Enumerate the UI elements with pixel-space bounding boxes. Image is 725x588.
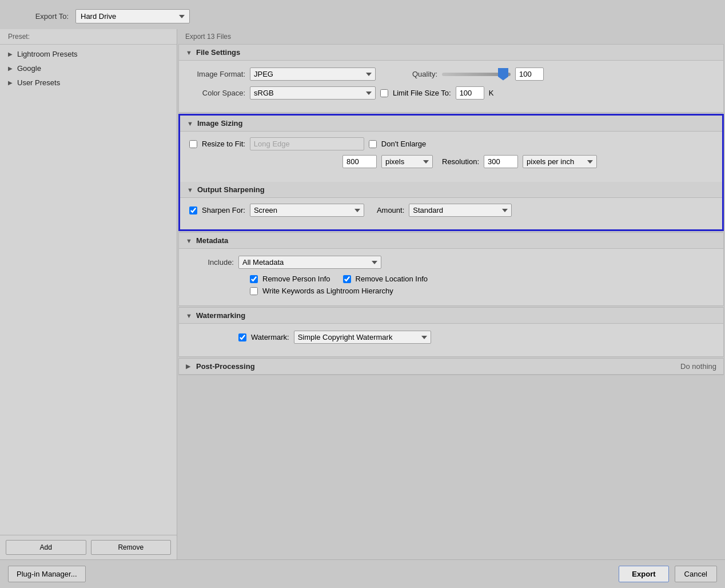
preset-label: Preset: — [0, 29, 177, 45]
sharpen-row: Sharpen For: Screen Amount: Standard — [189, 204, 713, 217]
include-row: Include: All Metadata — [188, 256, 714, 269]
image-format-label: Image Format: — [188, 70, 245, 78]
quality-slider-track — [442, 73, 511, 76]
export-count-label: Export 13 Files — [177, 29, 725, 44]
color-space-label: Color Space: — [188, 89, 245, 97]
image-sizing-header[interactable]: ▼ Image Sizing — [180, 116, 722, 132]
chevron-down-icon: ▼ — [186, 49, 193, 56]
chevron-right-icon: ▶ — [8, 51, 15, 57]
write-keywords-checkbox[interactable] — [250, 287, 258, 295]
sharpen-checkbox[interactable] — [189, 206, 197, 214]
resize-label: Resize to Fit: — [202, 140, 245, 148]
remove-person-checkbox[interactable] — [250, 275, 258, 283]
cancel-button[interactable]: Cancel — [675, 566, 717, 582]
chevron-right-icon: ▶ — [8, 80, 15, 86]
include-select[interactable]: All Metadata — [238, 256, 381, 269]
watermarking-body: Watermark: Simple Copyright Watermark — [179, 324, 723, 356]
bottom-bar: Plug-in Manager... Export Cancel — [0, 559, 725, 588]
size-input[interactable]: 800 — [342, 155, 377, 168]
output-sharpening-header[interactable]: ▼ Output Sharpening — [180, 182, 722, 198]
file-settings-body: Image Format: JPEG Quality: 100 — [179, 61, 723, 112]
watermarking-section: ▼ Watermarking Watermark: Simple Copyrig… — [178, 307, 724, 357]
remove-button[interactable]: Remove — [91, 540, 172, 555]
amount-select[interactable]: Standard — [409, 204, 512, 217]
resize-row: Resize to Fit: Long Edge Don't Enlarge — [189, 137, 713, 150]
watermarking-title: Watermarking — [196, 311, 245, 320]
image-sizing-title: Image Sizing — [197, 119, 242, 128]
bottom-right-buttons: Export Cancel — [619, 566, 717, 582]
quality-label: Quality: — [380, 70, 437, 78]
color-space-row: Color Space: sRGB Limit File Size To: 10… — [188, 86, 714, 100]
sharpen-for-select[interactable]: Screen — [250, 204, 364, 217]
watermark-checkbox[interactable] — [238, 333, 246, 341]
post-processing-title: Post-Processing — [196, 362, 677, 371]
remove-person-row: Remove Person Info Remove Location Info — [188, 275, 714, 283]
write-keywords-label: Write Keywords as Lightroom Hierarchy — [262, 287, 393, 295]
amount-label: Amount: — [377, 206, 404, 214]
size-row: 800 pixels Resolution: 300 pixels per in… — [189, 155, 713, 168]
output-sharpening-title: Output Sharpening — [197, 185, 265, 194]
export-to-select[interactable]: Hard Drive — [75, 9, 190, 23]
file-settings-header[interactable]: ▼ File Settings — [179, 45, 723, 61]
top-bar: Export To: Hard Drive — [0, 6, 725, 29]
metadata-title: Metadata — [196, 236, 228, 245]
export-dialog: Export To: Hard Drive Preset: ▶ Lightroo… — [0, 0, 725, 588]
export-button[interactable]: Export — [619, 566, 668, 582]
sidebar-item-label: User Presets — [17, 78, 60, 87]
chevron-right-icon: ▶ — [8, 65, 15, 71]
image-sizing-section: ▼ Image Sizing Resize to Fit: Long Edge … — [178, 114, 724, 231]
image-format-row: Image Format: JPEG Quality: 100 — [188, 67, 714, 81]
quality-slider-thumb[interactable] — [498, 68, 508, 81]
content-area: Export 13 Files ▼ File Settings Image Fo… — [177, 29, 725, 559]
remove-person-label: Remove Person Info — [262, 275, 330, 283]
output-sharpening-body: Sharpen For: Screen Amount: Standard — [180, 198, 722, 229]
write-keywords-row: Write Keywords as Lightroom Hierarchy — [188, 287, 714, 295]
post-processing-header[interactable]: ▶ Post-Processing Do nothing — [179, 359, 723, 375]
export-to-label: Export To: — [11, 12, 69, 21]
image-format-select[interactable]: JPEG — [250, 67, 376, 81]
watermark-row: Watermark: Simple Copyright Watermark — [188, 331, 714, 344]
chevron-down-icon: ▼ — [186, 312, 193, 319]
resize-fit-select[interactable]: Long Edge — [250, 137, 364, 150]
limit-label: Limit File Size To: — [393, 89, 451, 97]
limit-file-size-checkbox[interactable] — [380, 89, 388, 97]
do-nothing-label: Do nothing — [680, 362, 716, 371]
file-settings-section: ▼ File Settings Image Format: JPEG Quali… — [178, 44, 724, 113]
sidebar-list: ▶ Lightroom Presets ▶ Google ▶ User Pres… — [0, 45, 177, 535]
sidebar: Preset: ▶ Lightroom Presets ▶ Google ▶ U… — [0, 29, 177, 559]
limit-unit: K — [489, 89, 494, 97]
watermark-select[interactable]: Simple Copyright Watermark — [294, 331, 431, 344]
post-processing-section: ▶ Post-Processing Do nothing — [178, 358, 724, 375]
sidebar-item-label: Google — [17, 64, 41, 73]
dont-enlarge-label: Don't Enlarge — [381, 140, 426, 148]
color-space-select[interactable]: sRGB — [250, 86, 376, 100]
resize-checkbox[interactable] — [189, 140, 197, 148]
dont-enlarge-checkbox[interactable] — [369, 140, 377, 148]
chevron-down-icon: ▼ — [187, 120, 194, 127]
add-button[interactable]: Add — [6, 540, 86, 555]
metadata-section: ▼ Metadata Include: All Metadata — [178, 232, 724, 306]
main-area: Preset: ▶ Lightroom Presets ▶ Google ▶ U… — [0, 29, 725, 559]
chevron-down-icon: ▼ — [186, 237, 193, 244]
quality-slider-area: 100 — [442, 67, 544, 81]
remove-location-checkbox[interactable] — [343, 275, 351, 283]
watermark-label: Watermark: — [251, 333, 289, 341]
resolution-unit-select[interactable]: pixels per inch — [523, 155, 597, 168]
sidebar-item-label: Lightroom Presets — [17, 50, 78, 58]
metadata-header[interactable]: ▼ Metadata — [179, 233, 723, 249]
sidebar-item-user-presets[interactable]: ▶ User Presets — [0, 76, 177, 90]
resolution-label: Resolution: — [442, 157, 479, 166]
size-unit-select[interactable]: pixels — [381, 155, 433, 168]
chevron-down-icon: ▼ — [187, 186, 194, 193]
sidebar-item-google[interactable]: ▶ Google — [0, 61, 177, 76]
image-sizing-body: Resize to Fit: Long Edge Don't Enlarge 8… — [180, 132, 722, 181]
remove-location-label: Remove Location Info — [356, 275, 428, 283]
watermarking-header[interactable]: ▼ Watermarking — [179, 308, 723, 324]
sidebar-item-lightroom-presets[interactable]: ▶ Lightroom Presets — [0, 47, 177, 61]
limit-size-input[interactable]: 100 — [456, 86, 484, 100]
include-label: Include: — [188, 258, 234, 267]
quality-input[interactable]: 100 — [515, 67, 544, 81]
sidebar-footer: Add Remove — [0, 535, 177, 559]
resolution-input[interactable]: 300 — [484, 155, 518, 168]
plugin-manager-button[interactable]: Plug-in Manager... — [8, 566, 86, 582]
